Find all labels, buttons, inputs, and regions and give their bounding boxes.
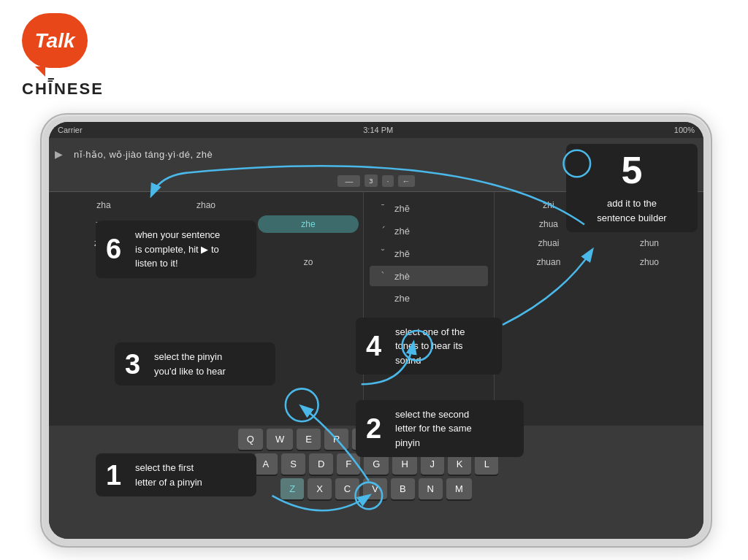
step5-text: add it to thesentence builder bbox=[597, 196, 666, 225]
tone-4[interactable]: ˋzhè bbox=[370, 266, 488, 286]
instruction-step6: 6 when your sentenceis complete, hit ▶ t… bbox=[96, 220, 256, 278]
key-x[interactable]: X bbox=[308, 478, 332, 499]
tones-area: ˉzhē ˊzhé ˇzhě ˋzhè zhe bbox=[363, 192, 495, 426]
step1-number: 1 bbox=[106, 461, 128, 489]
pinyin-cell[interactable]: zha bbox=[53, 196, 154, 214]
key-f[interactable]: F bbox=[337, 453, 360, 475]
backspace-btn[interactable]: ← bbox=[398, 175, 415, 187]
pinyin-cell[interactable]: zhun bbox=[600, 234, 699, 252]
instruction-step4: 4 select one of thetones to hear itssoun… bbox=[356, 318, 502, 375]
key-d[interactable]: D bbox=[309, 453, 333, 475]
status-bar: Carrier 3:14 PM 100% bbox=[49, 122, 703, 138]
pinyin-cell bbox=[258, 196, 359, 214]
key-e[interactable]: E bbox=[297, 429, 321, 450]
logo-area: Talk CHĪNESE bbox=[22, 13, 104, 99]
step4-number: 4 bbox=[366, 332, 388, 360]
step5-number: 5 bbox=[621, 151, 643, 189]
pinyin-cell[interactable]: zhuan bbox=[499, 253, 598, 271]
step3-number: 3 bbox=[125, 350, 147, 378]
key-s[interactable]: S bbox=[281, 453, 305, 475]
key-v[interactable]: V bbox=[363, 478, 387, 499]
pinyin-cell bbox=[258, 234, 359, 252]
pinyin-cell[interactable]: zhao bbox=[156, 196, 256, 214]
key-r[interactable]: R bbox=[324, 429, 348, 450]
dot-btn[interactable]: · bbox=[382, 175, 393, 187]
step2-number: 2 bbox=[366, 415, 388, 442]
dash-btn[interactable]: — bbox=[337, 175, 360, 187]
key-q[interactable]: Q bbox=[238, 429, 263, 450]
time-label: 3:14 PM bbox=[363, 126, 393, 134]
step6-text: when your sentenceis complete, hit ▶ tol… bbox=[135, 228, 220, 271]
key-z[interactable]: Z bbox=[280, 478, 304, 499]
tone-1[interactable]: ˉzhē bbox=[370, 198, 488, 218]
step1-text: select the firstletter of a pinyin bbox=[135, 461, 202, 489]
instruction-step5: 5 add it to thesentence builder bbox=[566, 144, 698, 232]
carrier-label: Carrier bbox=[58, 126, 83, 134]
tone-3[interactable]: ˇzhě bbox=[370, 243, 488, 264]
play-button[interactable]: ▶ bbox=[55, 148, 69, 160]
step3-text: select the pinyinyou'd like to hear bbox=[154, 350, 226, 378]
app-name: CHĪNESE bbox=[22, 80, 104, 99]
step4-text: select one of thetones to hear itssound bbox=[395, 325, 465, 368]
instruction-step3: 3 select the pinyinyou'd like to hear bbox=[115, 342, 275, 386]
tone-2[interactable]: ˊzhé bbox=[370, 220, 488, 241]
key-n[interactable]: N bbox=[419, 478, 443, 499]
key-c[interactable]: C bbox=[335, 478, 359, 499]
step2-text: select the secondletter for the samepiny… bbox=[395, 407, 472, 450]
pinyin-cell[interactable]: zo bbox=[258, 253, 359, 271]
step6-number: 6 bbox=[106, 235, 128, 263]
talk-label: Talk bbox=[35, 29, 75, 53]
sentence-text: nǐ·hǎo, wǒ·jiào táng·yì·dé, zhè bbox=[74, 149, 611, 160]
talk-bubble: Talk bbox=[22, 13, 88, 68]
key-a[interactable]: A bbox=[254, 453, 278, 475]
battery-label: 100% bbox=[674, 126, 695, 134]
pinyin-cell[interactable]: zhuo bbox=[600, 253, 699, 271]
pinyin-cell[interactable]: zhuai bbox=[499, 234, 598, 252]
ipad-frame: Carrier 3:14 PM 100% ▶ nǐ·hǎo, wǒ·jiào t… bbox=[40, 113, 712, 548]
tone-neutral[interactable]: zhe bbox=[370, 288, 488, 308]
key-b[interactable]: B bbox=[391, 478, 415, 499]
pinyin-cell-zhe[interactable]: zhe bbox=[258, 215, 359, 233]
key-m[interactable]: M bbox=[446, 478, 472, 499]
instruction-step2: 2 select the secondletter for the samepi… bbox=[356, 400, 524, 458]
schwa-btn[interactable]: ɜ bbox=[365, 174, 378, 187]
key-w[interactable]: W bbox=[267, 429, 293, 450]
instruction-step1: 1 select the firstletter of a pinyin bbox=[96, 453, 256, 496]
